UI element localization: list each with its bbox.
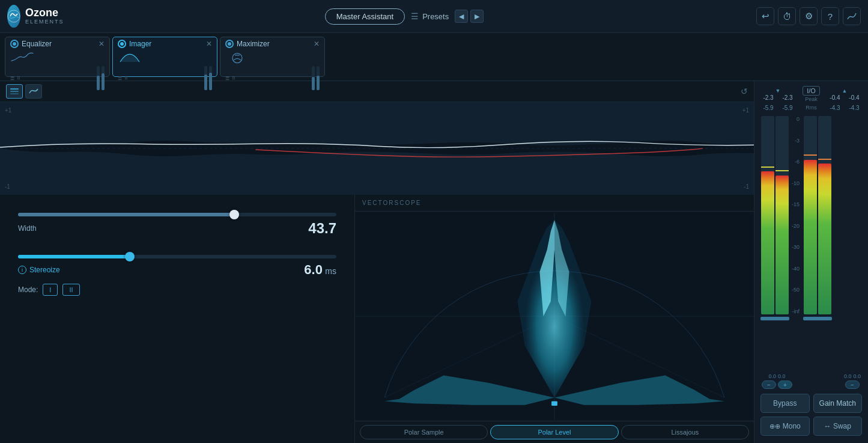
out-gain-left-val: 0.0	[844, 373, 852, 379]
svg-point-1	[232, 53, 242, 63]
main-area: ↺ +1 -1 +1 -1	[0, 81, 868, 443]
mono-swap-row: ⊕⊕ Mono ↔ Swap	[760, 417, 862, 436]
out-peak-right: -0.4	[846, 94, 862, 101]
top-center: Master Assistant ☰ Presets ◀ ▶	[58, 8, 750, 25]
left-panel: ↺ +1 -1 +1 -1	[0, 81, 754, 443]
reset-view-icon[interactable]: ↺	[741, 87, 748, 96]
bypass-button[interactable]: Bypass	[760, 394, 810, 413]
module-tab-equalizer[interactable]: Equalizer ✕ ☰ ⠿	[5, 37, 110, 77]
imager-icon	[118, 49, 212, 65]
input-meters	[760, 116, 789, 322]
vectorscope-svg	[355, 212, 754, 421]
width-value: 43.7	[308, 220, 336, 237]
vectorscope-display: +1 0 -1 L R	[355, 212, 754, 421]
imager-grid-icon: ⠿	[124, 76, 128, 81]
vs-tab-lissajous[interactable]: Lissajous	[621, 425, 749, 439]
lower-area: Width 43.7	[0, 195, 754, 443]
waveform-svg	[0, 102, 754, 195]
presets-label: Presets	[422, 12, 449, 21]
vectorscope-tabs: Polar Sample Polar Level Lissajous	[355, 421, 754, 443]
stereoize-slider[interactable]	[18, 255, 336, 258]
svg-rect-5	[10, 93, 19, 94]
rms-label: Rms	[806, 105, 817, 111]
mode-label: Mode:	[18, 286, 38, 294]
width-slider[interactable]	[18, 213, 336, 216]
maximizer-power-button[interactable]	[225, 40, 234, 48]
history-button[interactable]: ⏱	[778, 7, 796, 25]
output-meters	[803, 116, 832, 322]
mode-btn-1[interactable]: I	[43, 284, 58, 296]
out-gain-right-val: 0.0	[853, 373, 861, 379]
top-right: ↩ ⏱ ⚙ ?	[756, 7, 861, 25]
vectorscope-title: VECTORSCOPE	[355, 195, 754, 212]
out-peak-left: -0.4	[827, 94, 843, 101]
maximizer-menu-icon: ☰	[225, 76, 229, 81]
maximizer-grid-icon: ⠿	[232, 76, 235, 81]
input-gain-plus-button[interactable]: +	[778, 380, 792, 389]
in-gain-left-val: 0.0	[768, 373, 776, 379]
mode-row: Mode: I II	[18, 284, 336, 296]
stereo-toolbar: ↺	[0, 81, 754, 102]
svg-rect-4	[10, 91, 19, 92]
preset-prev-button[interactable]: ◀	[455, 10, 468, 23]
top-bar: Ozone ELEMENTS Master Assistant ☰ Preset…	[0, 0, 868, 33]
waveform-area: +1 -1 +1 -1	[0, 102, 754, 195]
right-panel: ▼ -2.3 -2.3 I/O Peak ▲ -0.4 -0.4 -	[754, 81, 868, 443]
imager-name: Imager	[129, 40, 151, 48]
mono-icon: ⊕⊕	[769, 423, 780, 430]
svg-point-0	[8, 10, 20, 22]
equalizer-power-button[interactable]	[10, 40, 19, 48]
in-gain-right-val: 0.0	[778, 373, 786, 379]
output-gain-minus-button[interactable]: −	[845, 380, 860, 389]
meter-scale: 0 -3 -6 -10 -15 -20 -30 -40 -50 -inf	[792, 116, 801, 314]
equalizer-close-button[interactable]: ✕	[99, 40, 105, 48]
gain-match-button[interactable]: Gain Match	[813, 394, 863, 413]
vs-tab-polar-sample[interactable]: Polar Sample	[360, 425, 488, 439]
maximizer-close-button[interactable]: ✕	[314, 40, 320, 48]
master-assistant-button[interactable]: Master Assistant	[325, 8, 405, 25]
logo-area: Ozone ELEMENTS	[7, 5, 52, 28]
stereoize-label-text: Stereoize	[29, 266, 60, 274]
eq-fader-area	[97, 66, 105, 90]
output-meter-right	[818, 116, 831, 314]
input-gain-minus-button[interactable]: −	[762, 380, 776, 389]
help-button[interactable]: ?	[821, 7, 839, 25]
module-tabs: Equalizer ✕ ☰ ⠿ Im	[0, 33, 868, 81]
equalizer-icon	[10, 49, 105, 65]
signal-button[interactable]	[843, 7, 861, 25]
peak-label: Peak	[805, 96, 818, 102]
mode-btn-2[interactable]: II	[62, 284, 79, 296]
output-meter-pair	[804, 116, 831, 314]
imager-close-button[interactable]: ✕	[206, 40, 212, 48]
presets-area: ☰ Presets	[411, 11, 449, 21]
preset-next-button[interactable]: ▶	[470, 10, 484, 23]
module-tab-maximizer[interactable]: Maximizer ✕ ☰ ⠿	[220, 37, 325, 77]
eq-grid-icon: ⠿	[17, 76, 20, 81]
bottom-buttons: Bypass Gain Match ⊕⊕ Mono ↔ Swap	[758, 390, 864, 439]
in-peak-left: -2.3	[760, 94, 776, 101]
imager-power-button[interactable]	[118, 40, 126, 48]
vs-tab-polar-level[interactable]: Polar Level	[490, 425, 618, 439]
in-rms-right: -5.9	[780, 105, 795, 111]
width-control: Width 43.7	[18, 213, 336, 237]
mono-button[interactable]: ⊕⊕ Mono	[760, 417, 810, 436]
input-meter-right	[775, 116, 789, 314]
eq-menu-icon: ☰	[10, 76, 14, 81]
stereoize-control: i Stereoize 6.0 ms Mode: I II	[18, 255, 336, 296]
module-tab-imager[interactable]: Imager ✕ ☰ ⠿	[112, 37, 217, 77]
stereoize-info-icon[interactable]: i	[18, 266, 26, 274]
maximizer-fader-area	[312, 66, 320, 90]
logo-icon	[7, 5, 20, 28]
mono-label: Mono	[783, 422, 801, 430]
swap-button[interactable]: ↔ Swap	[813, 417, 863, 436]
input-meter-pair	[761, 116, 789, 314]
undo-button[interactable]: ↩	[756, 7, 774, 25]
io-label: I/O	[803, 86, 820, 96]
equalizer-name: Equalizer	[22, 40, 52, 48]
meters-grid: 0 -3 -6 -10 -15 -20 -30 -40 -50 -inf	[758, 114, 864, 371]
in-peak-right: -2.3	[780, 94, 795, 101]
controls-panel: Width 43.7	[0, 195, 354, 443]
settings-button[interactable]: ⚙	[800, 7, 818, 25]
bypass-gainmatch-row: Bypass Gain Match	[760, 394, 862, 413]
output-meter-left	[804, 116, 817, 314]
